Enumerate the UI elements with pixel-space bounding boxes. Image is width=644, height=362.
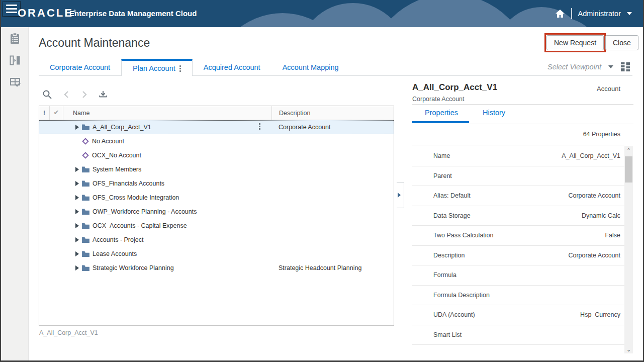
property-label: Two Pass Calculation [412,232,494,239]
tree-row-label: OFS_Financials Accounts [93,180,164,187]
column-header-alert[interactable]: ! [39,106,50,120]
expand-icon[interactable] [75,195,79,200]
property-value: Corporate Account [568,192,624,199]
row-menu-dots-icon[interactable] [259,123,260,130]
compare-panels-icon[interactable] [9,54,21,66]
property-row[interactable]: Name A_All_Corp_Acct_V1 [412,146,624,166]
tree-row[interactable]: Lease Accounts [39,247,394,261]
property-row[interactable]: Formula [412,265,624,286]
tree-row-label: OWP_Workforce Planning - Accounts [93,208,197,215]
property-row[interactable]: Description Corporate Account [412,246,624,266]
tab-history[interactable]: History [483,109,505,117]
column-header-name[interactable]: Name [63,106,271,120]
panel-splitter-handle[interactable] [397,182,404,208]
tree-row-label: OFS_Cross Module Integration [93,194,179,201]
scroll-up-icon[interactable]: ⌃ [624,146,633,154]
tab-plan-account[interactable]: Plan Account [121,59,193,76]
expand-icon[interactable] [75,209,79,214]
expand-icon[interactable] [75,265,79,270]
app-window: ORACLE® Enterprise Data Management Cloud… [0,0,644,362]
folder-icon [82,195,89,201]
new-request-button[interactable]: New Request [546,35,604,50]
expand-icon[interactable] [75,125,79,130]
tab-acquired-account[interactable]: Acquired Account [193,59,271,75]
user-menu-label[interactable]: Administrator [578,10,621,18]
tree-row[interactable]: Accounts - Project [39,233,394,247]
viewpoint-placeholder[interactable]: Select Viewpoint [547,63,601,71]
tree-header-row: ! ✔ Name Description [39,106,394,120]
tree-row[interactable]: System Members [39,162,394,176]
download-icon[interactable] [99,90,108,99]
viewpoint-selector: Select Viewpoint [547,59,630,75]
folder-icon [82,180,89,187]
tree-row[interactable]: OWP_Workforce Planning - Accounts [39,205,394,219]
search-icon[interactable] [42,89,52,100]
home-icon[interactable] [555,9,565,19]
tree-row[interactable]: OCX_Accounts - Capital Expense [39,219,394,233]
folder-icon [82,237,89,243]
property-value: Hsp_Currency [580,311,624,318]
tree-row-label: Accounts - Project [93,236,143,243]
tree-row-label: System Members [93,166,141,173]
property-label: Name [412,152,450,159]
tree-row[interactable]: OCX_No Account [39,148,394,162]
property-row[interactable]: Data Storage Dynamic Calc [412,206,624,226]
new-request-annotation-highlight: New Request [544,33,606,52]
folder-icon [82,209,89,215]
tree-row[interactable]: A_All_Corp_Acct_V1 Corporate Account [39,120,394,134]
detail-subtitle: Corporate Account [412,96,465,103]
tree-row[interactable]: OFS_Financials Accounts [39,176,394,191]
property-label: Formula [412,272,456,279]
previous-chevron-icon[interactable] [62,90,70,99]
left-icon-rail [1,27,29,360]
expand-icon[interactable] [75,181,79,186]
properties-list: Name A_All_Corp_Acct_V1 Parent Alias: De… [412,146,624,345]
member-detail-panel: A_All_Corp_Acct_V1 Account Corporate Acc… [412,80,633,354]
close-button[interactable]: Close [605,35,638,50]
tree-row[interactable]: No Account [39,134,394,148]
viewpoint-layout-icon[interactable] [620,62,630,72]
tree-row-description: Corporate Account [271,124,394,131]
property-value: False [605,232,624,239]
splitter-expand-icon [398,193,401,198]
tree-row-label: No Account [92,138,124,145]
hamburger-menu-icon[interactable] [6,5,17,13]
scroll-down-icon[interactable]: ⌄ [624,345,633,353]
expand-icon[interactable] [75,223,79,228]
property-row[interactable]: Two Pass Calculation False [412,226,624,246]
tab-account-mapping[interactable]: Account Mapping [271,59,350,75]
scrollbar-thumb[interactable] [625,156,632,183]
tree-row-label: A_All_Corp_Acct_V1 [93,124,151,131]
property-label: Smart List [412,331,462,338]
tree-row[interactable]: OFS_Cross Module Integration [39,191,394,205]
expand-icon[interactable] [75,251,79,256]
property-label: Parent [412,172,452,179]
divider [412,145,624,145]
property-label: Alias: Default [412,192,471,199]
property-row[interactable]: Alias: Default Corporate Account [412,186,624,206]
property-row[interactable]: Formula Description [412,286,624,306]
column-header-check[interactable]: ✔ [50,106,63,120]
property-row[interactable]: Smart List [412,325,624,345]
folder-icon [82,124,89,131]
properties-scrollbar[interactable]: ⌃ ⌄ [624,146,633,353]
tab-properties[interactable]: Properties [425,109,458,117]
tab-menu-dots-icon[interactable] [179,65,181,72]
expand-icon[interactable] [75,167,79,172]
expand-icon[interactable] [75,237,79,242]
oracle-logo: ORACLE® [18,7,76,20]
tab-corporate-account[interactable]: Corporate Account [39,59,121,75]
property-label: UDA (Account) [412,311,475,318]
property-row[interactable]: UDA (Account) Hsp_Currency [412,305,624,325]
views-grid-check-icon[interactable] [9,76,21,88]
requests-clipboard-icon[interactable] [9,32,21,44]
next-chevron-icon[interactable] [80,90,88,99]
column-header-description[interactable]: Description [271,106,394,120]
tree-row-label: OCX_No Account [92,152,141,159]
property-row[interactable]: Parent [412,166,624,187]
viewpoint-caret-icon[interactable] [608,65,613,68]
tree-row[interactable]: Strategic Workforce Planning Strategic H… [39,261,394,275]
folder-icon [82,223,89,229]
user-menu-caret-icon[interactable] [627,12,632,15]
active-tab-underline [412,121,469,123]
